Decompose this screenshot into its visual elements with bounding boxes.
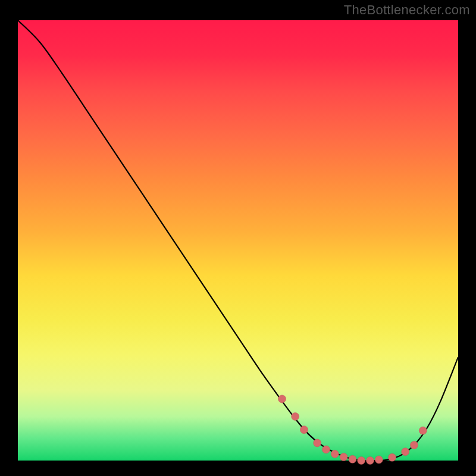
data-dot bbox=[358, 457, 365, 465]
curve-svg bbox=[18, 20, 458, 461]
bottleneck-curve bbox=[18, 20, 458, 461]
data-dot bbox=[314, 439, 321, 447]
data-dot bbox=[292, 413, 299, 421]
data-dot bbox=[389, 453, 396, 461]
data-dot bbox=[322, 446, 330, 453]
data-dots bbox=[278, 395, 427, 465]
data-dot bbox=[331, 450, 339, 458]
data-dot bbox=[340, 453, 347, 461]
plot-area bbox=[18, 20, 458, 461]
data-dot bbox=[419, 427, 427, 434]
data-dot bbox=[402, 448, 409, 456]
data-dot bbox=[300, 426, 308, 434]
chart-frame: TheBottlenecker.com bbox=[0, 0, 476, 476]
data-dot bbox=[375, 456, 383, 464]
data-dot bbox=[349, 455, 356, 463]
attribution-label: TheBottlenecker.com bbox=[344, 2, 470, 18]
data-dot bbox=[411, 441, 418, 449]
data-dot bbox=[367, 457, 374, 465]
data-dot bbox=[278, 395, 286, 403]
